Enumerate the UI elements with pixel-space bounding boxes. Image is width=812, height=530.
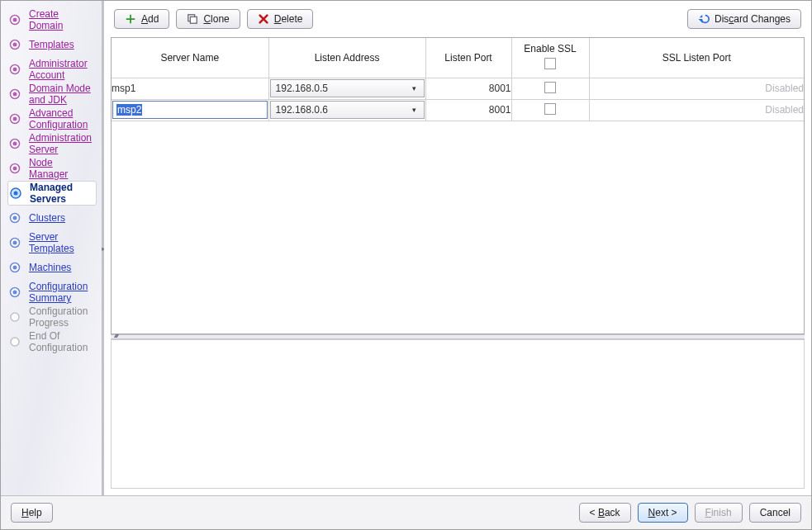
clone-icon xyxy=(187,13,198,25)
enable-ssl-checkbox[interactable] xyxy=(544,82,556,93)
servers-table-container: Server Name Listen Address Listen Port E… xyxy=(111,37,805,334)
wizard-step-advanced-configuration[interactable]: Advanced Configuration xyxy=(7,106,97,131)
wizard-step-link[interactable]: Administration Server xyxy=(29,132,92,155)
wizard-step-configuration-progress: Configuration Progress xyxy=(7,305,97,329)
col-header-listen-port[interactable]: Listen Port xyxy=(425,38,511,78)
server-name-value: msp1 xyxy=(112,83,135,94)
next-button-label: Next > xyxy=(648,507,677,518)
wizard-step-administrator-account[interactable]: Administrator Account xyxy=(7,57,97,82)
wizard-step-configuration-summary[interactable]: Configuration Summary xyxy=(7,280,97,305)
cell-enable-ssl[interactable] xyxy=(511,78,589,99)
cell-server-name[interactable]: msp1 xyxy=(112,78,268,99)
wizard-step-machines[interactable]: Machines xyxy=(7,255,97,280)
step-bullet-icon xyxy=(9,39,21,50)
svg-point-25 xyxy=(11,338,19,346)
wizard-step-templates[interactable]: Templates xyxy=(7,32,97,57)
step-bullet-icon xyxy=(9,88,21,100)
wizard-steps-sidebar: Create DomainTemplatesAdministrator Acco… xyxy=(1,1,102,495)
servers-table: Server Name Listen Address Listen Port E… xyxy=(112,38,804,121)
horizontal-splitter[interactable] xyxy=(111,334,805,339)
delete-button[interactable]: Delete xyxy=(247,9,314,29)
discard-changes-label: Discard Changes xyxy=(715,13,791,25)
wizard-step-link[interactable]: Server Templates xyxy=(29,231,92,254)
enable-ssl-checkbox[interactable] xyxy=(544,103,556,115)
chevron-down-icon: ▾ xyxy=(409,106,420,114)
discard-changes-button[interactable]: Discard Changes xyxy=(687,9,801,29)
wizard-step-managed-servers[interactable]: Managed Servers xyxy=(7,181,97,206)
wizard-step-server-templates[interactable]: Server Templates xyxy=(7,230,97,255)
svg-point-11 xyxy=(13,142,17,146)
listen-address-value: 192.168.0.6 xyxy=(276,104,409,116)
chevron-down-icon: ▾ xyxy=(409,84,420,92)
step-bullet-icon xyxy=(9,113,21,125)
step-bullet-icon xyxy=(9,237,21,248)
wizard-step-link[interactable]: Clusters xyxy=(29,212,65,224)
step-bullet-icon xyxy=(9,212,21,224)
listen-port-value: 8001 xyxy=(489,83,511,94)
wizard-step-label: Managed Servers xyxy=(30,182,91,205)
wizard-step-create-domain[interactable]: Create Domain xyxy=(7,7,97,32)
cell-listen-port[interactable]: 8001 xyxy=(425,99,511,121)
next-button[interactable]: Next > xyxy=(638,503,688,523)
listen-port-value: 8001 xyxy=(489,104,511,116)
add-button[interactable]: Add xyxy=(114,9,169,29)
listen-address-dropdown[interactable]: 192.168.0.6▾ xyxy=(270,101,425,119)
ssl-listen-port-value: Disabled xyxy=(765,83,804,94)
svg-point-9 xyxy=(13,117,17,121)
step-bullet-icon xyxy=(9,311,21,323)
listen-address-dropdown[interactable]: 192.168.0.5▾ xyxy=(270,79,425,97)
cancel-button[interactable]: Cancel xyxy=(749,503,801,523)
wizard-step-link[interactable]: Templates xyxy=(29,39,74,50)
cell-listen-address[interactable]: 192.168.0.5▾ xyxy=(268,78,425,99)
col-header-enable-ssl[interactable]: Enable SSL xyxy=(511,38,589,78)
wizard-step-link[interactable]: Machines xyxy=(29,262,71,273)
cell-ssl-listen-port: Disabled xyxy=(589,78,804,99)
svg-point-17 xyxy=(13,216,17,220)
step-bullet-icon xyxy=(9,163,21,174)
svg-point-24 xyxy=(11,313,19,321)
help-button[interactable]: Help xyxy=(11,503,53,523)
table-row[interactable]: msp2192.168.0.6▾8001Disabled xyxy=(112,99,804,121)
col-header-server-name[interactable]: Server Name xyxy=(112,38,268,78)
step-bullet-icon xyxy=(9,138,21,149)
step-bullet-icon xyxy=(9,262,21,273)
wizard-step-link[interactable]: Administrator Account xyxy=(29,58,92,81)
cell-listen-port[interactable]: 8001 xyxy=(425,78,511,99)
cancel-button-label: Cancel xyxy=(760,507,791,518)
back-button[interactable]: < Back xyxy=(579,503,631,523)
enable-ssl-header-checkbox[interactable] xyxy=(544,58,556,69)
svg-point-5 xyxy=(13,68,17,72)
wizard-step-link[interactable]: Node Manager xyxy=(29,157,92,180)
ssl-listen-port-value: Disabled xyxy=(765,104,804,116)
content-pane: Add Clone Delete xyxy=(104,1,811,495)
wizard-step-link[interactable]: Advanced Configuration xyxy=(29,107,92,130)
svg-point-3 xyxy=(13,43,17,47)
svg-point-21 xyxy=(13,266,17,270)
delete-icon xyxy=(258,13,269,25)
wizard-step-domain-mode-and-jdk[interactable]: Domain Mode and JDK xyxy=(7,82,97,106)
cell-enable-ssl[interactable] xyxy=(511,99,589,121)
wizard-step-clusters[interactable]: Clusters xyxy=(7,206,97,230)
wizard-step-link[interactable]: Domain Mode and JDK xyxy=(29,83,92,106)
cell-ssl-listen-port: Disabled xyxy=(589,99,804,121)
svg-point-7 xyxy=(13,92,17,97)
server-name-input[interactable]: msp2 xyxy=(116,104,142,116)
col-header-ssl-listen-port[interactable]: SSL Listen Port xyxy=(589,38,804,78)
wizard-step-link[interactable]: Create Domain xyxy=(29,8,92,31)
delete-button-label: Delete xyxy=(274,13,303,25)
wizard-step-node-manager[interactable]: Node Manager xyxy=(7,156,97,181)
cell-server-name[interactable]: msp2 xyxy=(112,99,268,121)
wizard-step-end-of-configuration: End Of Configuration xyxy=(7,329,97,354)
cell-listen-address[interactable]: 192.168.0.6▾ xyxy=(268,99,425,121)
wizard-footer: Help < Back Next > Finish Cancel xyxy=(1,495,811,529)
clone-button-label: Clone xyxy=(203,13,229,25)
step-bullet-icon xyxy=(9,336,21,348)
clone-button[interactable]: Clone xyxy=(176,9,240,29)
col-header-listen-address[interactable]: Listen Address xyxy=(268,38,425,78)
wizard-step-label: Configuration Progress xyxy=(29,305,92,329)
wizard-step-administration-server[interactable]: Administration Server xyxy=(7,131,97,156)
table-row[interactable]: msp1192.168.0.5▾8001Disabled xyxy=(112,78,804,99)
detail-pane xyxy=(111,339,805,489)
wizard-step-link[interactable]: Configuration Summary xyxy=(29,281,92,304)
finish-button: Finish xyxy=(695,503,743,523)
